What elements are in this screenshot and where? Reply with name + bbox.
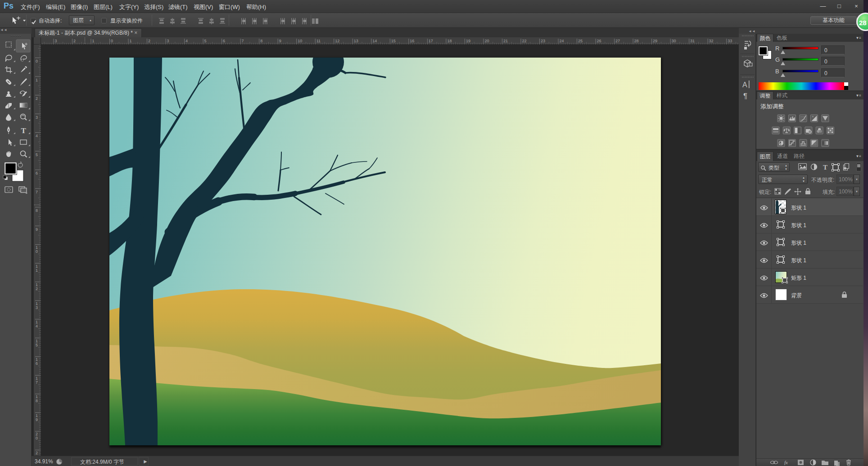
svg-text:15: 15	[391, 39, 396, 43]
svg-text:12: 12	[335, 39, 339, 43]
svg-text:4: 4	[36, 134, 38, 138]
svg-text:17: 17	[429, 39, 433, 43]
svg-text:9: 9	[36, 227, 38, 232]
svg-text:3: 3	[167, 39, 169, 43]
svg-text:1: 1	[92, 39, 95, 43]
svg-text:27: 27	[615, 39, 620, 43]
svg-text:26: 26	[597, 39, 601, 43]
svg-text:7: 7	[242, 39, 244, 43]
svg-text:24: 24	[560, 39, 564, 43]
svg-text:5: 5	[36, 152, 38, 157]
svg-text:16: 16	[410, 39, 414, 43]
svg-text:fx: fx	[784, 460, 788, 465]
svg-text:¶: ¶	[743, 92, 747, 100]
svg-text:22: 22	[522, 39, 526, 43]
svg-text:1: 1	[130, 39, 132, 43]
svg-text:4: 4	[36, 324, 38, 328]
svg-text:30: 30	[672, 39, 676, 43]
svg-text:18: 18	[447, 39, 452, 43]
svg-text:A: A	[742, 81, 747, 89]
svg-text:8: 8	[36, 208, 38, 213]
svg-text:32: 32	[709, 39, 714, 43]
svg-text:2: 2	[36, 96, 38, 101]
svg-text:6: 6	[36, 171, 38, 175]
svg-text:29: 29	[653, 39, 657, 43]
svg-text:0: 0	[111, 39, 113, 43]
svg-text:4: 4	[185, 39, 188, 43]
svg-text:33: 33	[728, 39, 732, 43]
svg-text:6: 6	[36, 361, 38, 366]
svg-text:20: 20	[484, 39, 489, 43]
svg-text:2: 2	[36, 287, 38, 291]
svg-text:2: 2	[73, 39, 76, 43]
svg-text:1: 1	[36, 268, 38, 273]
svg-text:3: 3	[54, 39, 57, 43]
svg-text:13: 13	[354, 39, 358, 43]
svg-text:5: 5	[204, 39, 207, 43]
svg-text:25: 25	[578, 39, 583, 43]
svg-text:7: 7	[36, 380, 38, 385]
svg-text:11: 11	[316, 39, 321, 43]
svg-text:0: 0	[36, 59, 38, 63]
svg-text:3: 3	[36, 305, 38, 310]
svg-text:8: 8	[260, 39, 262, 43]
svg-text:9: 9	[279, 39, 281, 43]
svg-text:10: 10	[298, 39, 302, 43]
svg-text:21: 21	[503, 39, 508, 43]
svg-text:19: 19	[466, 39, 470, 43]
svg-text:3: 3	[36, 115, 38, 120]
svg-text:2: 2	[148, 39, 150, 43]
svg-text:23: 23	[541, 39, 545, 43]
svg-text:0: 0	[36, 436, 38, 440]
svg-text:9: 9	[36, 417, 38, 422]
svg-text:31: 31	[690, 39, 695, 43]
svg-text:6: 6	[223, 39, 225, 43]
svg-text:7: 7	[36, 190, 38, 194]
svg-text:5: 5	[36, 343, 38, 347]
svg-text:28: 28	[634, 39, 639, 43]
svg-text:8: 8	[36, 399, 38, 403]
svg-text:T: T	[21, 126, 27, 135]
svg-text:14: 14	[372, 39, 377, 43]
svg-text:1: 1	[36, 78, 38, 82]
svg-text:0: 0	[36, 249, 38, 254]
svg-text:+: +	[812, 115, 814, 118]
